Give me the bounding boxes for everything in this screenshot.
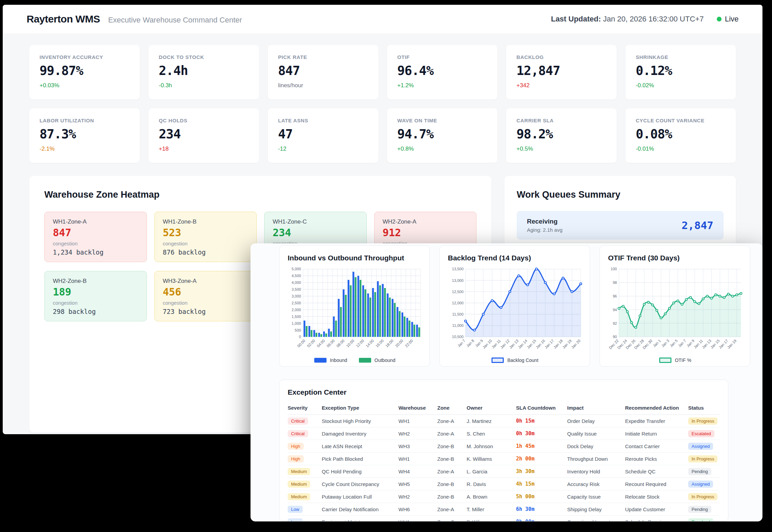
last-updated-label: Last Updated: [551,15,601,23]
svg-text:13,000: 13,000 [452,278,464,283]
exception-row[interactable]: MediumQC Hold PendingWH4Zone-AL. Garcia3… [288,465,720,478]
kpi-delta: +342 [516,82,606,89]
zone-card[interactable]: WH1-Zone-A 847 congestion 1,234 backlog [44,212,147,262]
chart-legend: InboundOutbound [288,358,422,363]
status-badge: Pending [688,465,720,478]
work-queue-row[interactable]: Receiving Aging: 2.1h avg 2,847 [517,211,724,240]
exception-row[interactable]: CriticalStockout High PriorityWH1Zone-AJ… [288,415,720,427]
zone-card[interactable]: WH3-Zone-A 456 congestion 723 backlog [154,271,257,321]
svg-text:4,500: 4,500 [292,274,301,278]
warehouse-cell: WH2 [398,490,437,503]
action-cell: Initiate Return [625,427,688,440]
exception-row[interactable]: MediumPutaway Location FullWH2Zone-BA. B… [288,490,720,503]
kpi-value: 0.08% [636,127,726,141]
svg-text:00:00: 00:00 [297,338,306,348]
kpi-value: 2.4h [159,63,249,78]
kpi-delta: -0.02% [636,82,726,89]
queue-name: Receiving [527,218,562,225]
analytics-overlay-window: Inbound vs Outbound Throughput 05001,000… [251,243,762,521]
svg-text:Jan 20: Jan 20 [570,338,581,349]
svg-text:92: 92 [613,321,617,325]
zone-cell: Zone-A [437,415,467,427]
exception-type: Putaway Location Full [322,490,398,503]
kpi-delta: -12 [278,146,368,152]
zone-congestion-value: 456 [163,286,248,298]
impact-cell: Inventory Hold [567,465,625,478]
action-cell: Schedule Repair [625,516,688,522]
impact-cell: Order Delay [567,415,625,427]
status-badge: Pending [688,503,720,516]
exception-row[interactable]: HighLate ASN ReceiptWH3Zone-BM. Johnson1… [288,440,720,453]
svg-text:20:00: 20:00 [394,338,404,348]
kpi-label: BACKLOG [516,54,606,60]
svg-text:100: 100 [610,267,617,271]
kpi-card: PICK RATE 847 lines/hour [268,45,378,100]
exception-row[interactable]: MediumCycle Count DiscrepancyWH5Zone-BR.… [288,478,720,490]
zone-card[interactable]: WH2-Zone-B 189 congestion 298 backlog [44,271,147,321]
severity-badge: Low [288,516,322,522]
live-dot-icon [717,17,722,21]
severity-badge: High [288,440,322,453]
zone-card[interactable]: WH1-Zone-B 523 congestion 876 backlog [154,212,257,262]
exception-row[interactable]: HighPick Path BlockedWH1Zone-BK. William… [288,453,720,465]
kpi-card: DOCK TO STOCK 2.4h -0.3h [149,45,259,100]
exception-row[interactable]: LowCarrier Delay NotificationWH6Zone-AT.… [288,503,720,516]
kpi-card: INVENTORY ACCURACY 99.87% +0.03% [29,45,140,100]
kpi-value: 0.12% [636,63,726,78]
kpi-value: 96.4% [397,63,487,78]
chart-title: OTIF Trend (30 Days) [608,254,742,262]
zone-cell: Zone-B [437,478,467,490]
kpi-value: 87.3% [40,127,130,141]
owner-cell: T. Miller [467,503,516,516]
warehouse-cell: WH6 [398,503,437,516]
exception-row[interactable]: CriticalDamaged InventoryWH2Zone-AS. Che… [288,427,720,440]
zone-backlog: 298 backlog [53,308,138,315]
svg-text:Jan 12: Jan 12 [499,338,510,349]
zone-name: WH2-Zone-B [53,278,138,285]
zone-congestion-label: congestion [53,241,138,246]
zone-cell: Zone-A [437,427,467,440]
action-cell: Update Customer [625,503,688,516]
app-title: Rayterton WMS [27,13,100,25]
kpi-card: BACKLOG 12,847 +342 [506,45,617,100]
svg-text:5,000: 5,000 [292,267,301,271]
action-cell: Reroute Picks [625,453,688,465]
owner-cell: J. Martinez [467,415,516,427]
svg-text:Jan 3: Jan 3 [661,338,670,348]
kpi-card: OTIF 96.4% +1.2% [387,45,498,100]
exception-row[interactable]: LowEquipment MaintenanceWH1Zone-CP. Wils… [288,516,720,522]
legend-item: Backlog Count [491,358,538,363]
warehouse-cell: WH1 [398,453,437,465]
zone-cell: Zone-A [437,465,467,478]
kpi-delta: -0.01% [636,146,726,152]
owner-cell: S. Chen [467,427,516,440]
kpi-label: SHRINKAGE [636,54,726,60]
svg-text:90: 90 [613,335,617,339]
column-header: Recommended Action [625,402,688,415]
impact-cell: Shipping Delay [567,503,625,516]
svg-text:Jan 7: Jan 7 [677,338,687,348]
sla-countdown: 8h 00m [516,516,567,522]
severity-badge: Medium [288,465,322,478]
work-queues-title: Work Queues Summary [517,189,724,200]
svg-text:02:00: 02:00 [306,338,316,348]
exception-type: Pick Path Blocked [322,453,398,465]
chart-title: Backlog Trend (14 Days) [448,254,582,262]
zone-congestion-value: 847 [53,227,138,239]
zone-name: WH1-Zone-B [163,218,248,225]
kpi-card: LABOR UTILIZATION 87.3% -2.1% [29,108,140,163]
svg-text:Jan 19: Jan 19 [561,338,572,349]
owner-cell: K. Williams [467,453,516,465]
zone-congestion-value: 234 [273,227,358,239]
app-subtitle: Executive Warehouse Command Center [108,16,242,25]
owner-cell: A. Brown [467,490,516,503]
severity-badge: Critical [288,415,322,427]
zone-cell: Zone-B [437,490,467,503]
zone-congestion-label: congestion [163,241,248,246]
owner-cell: R. Davis [467,478,516,490]
warehouse-cell: WH1 [398,415,437,427]
chart-card: OTIF Trend (30 Days) 9092949698100Dec 22… [600,245,750,367]
action-cell: Expedite Transfer [625,415,688,427]
exception-type: Stockout High Priority [322,415,398,427]
svg-text:Jan 7: Jan 7 [457,338,466,348]
